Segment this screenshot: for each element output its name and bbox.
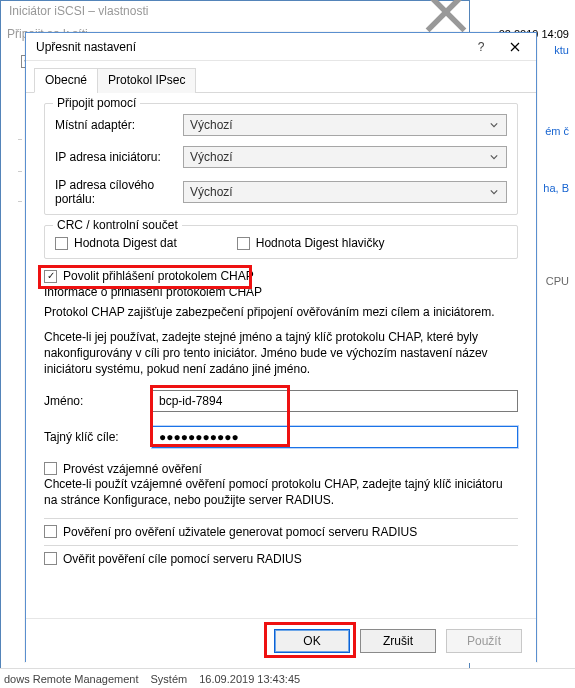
target-ip-label: IP adresa cílového portálu:: [55, 178, 183, 206]
local-adapter-combo[interactable]: Výchozí: [183, 114, 507, 136]
cancel-button[interactable]: Zrušit: [360, 629, 436, 653]
close-icon[interactable]: [498, 36, 532, 58]
initiator-ip-label: IP adresa iniciátoru:: [55, 150, 183, 164]
bg-frag-cpu: CPU: [546, 275, 569, 287]
checkbox-icon: [44, 552, 57, 565]
local-adapter-label: Místní adaptér:: [55, 118, 183, 132]
chap-secret-input[interactable]: [152, 426, 518, 448]
tabstrip: Obecné Protokol IPsec: [26, 61, 536, 93]
data-digest-label: Hodnota Digest dat: [74, 236, 177, 250]
chap-description: Protokol CHAP zajišťuje zabezpečení přip…: [44, 305, 518, 319]
chap-name-label: Jméno:: [44, 394, 152, 408]
titlebar: Upřesnit nastavení ?: [26, 33, 536, 61]
enable-chap-checkbox[interactable]: Povolit přihlášení protokolem CHAP: [44, 269, 518, 283]
bg-frag: [18, 201, 22, 202]
mutual-auth-checkbox[interactable]: Provést vzájemné ověření: [44, 462, 518, 476]
apply-button[interactable]: Použít: [446, 629, 522, 653]
close-icon[interactable]: [423, 1, 469, 23]
bg-frag-aktua: ktu: [554, 44, 569, 56]
radius-auth-label: Ověřit pověření cíle pomocí serveru RADI…: [63, 552, 302, 566]
radius-generate-label: Pověření pro ověření uživatele generovat…: [63, 525, 417, 539]
enable-chap-label: Povolit přihlášení protokolem CHAP: [63, 269, 254, 283]
taskbar-service: dows Remote Management: [4, 673, 139, 685]
chevron-down-icon: [486, 121, 502, 129]
crc-group-title: CRC / kontrolní součet: [53, 218, 182, 232]
separator: [44, 545, 518, 546]
background-window-title: Iniciátor iSCSI – vlastnosti: [9, 4, 148, 18]
bg-frag: [18, 139, 22, 140]
bg-frag-emc: ém č: [545, 125, 569, 137]
initiator-ip-combo[interactable]: Výchozí: [183, 146, 507, 168]
crc-group: CRC / kontrolní součet Hodnota Digest da…: [44, 225, 518, 259]
dialog-title: Upřesnit nastavení: [36, 40, 464, 54]
tab-general[interactable]: Obecné: [34, 68, 98, 93]
button-bar: OK Zrušit Použít: [26, 618, 536, 663]
chap-info-title: Informace o přihlášení protokolem CHAP: [44, 285, 518, 299]
ok-button[interactable]: OK: [274, 629, 350, 653]
chap-secret-label: Tajný klíč cíle:: [44, 430, 152, 444]
connect-using-group: Připojit pomocí Místní adaptér: Výchozí …: [44, 103, 518, 215]
taskbar-time: 16.09.2019 13:43:45: [199, 673, 300, 685]
mutual-auth-label: Provést vzájemné ověření: [63, 462, 202, 476]
target-ip-combo[interactable]: Výchozí: [183, 181, 507, 203]
help-icon[interactable]: ?: [464, 36, 498, 58]
chevron-down-icon: [486, 188, 502, 196]
taskbar-account: Systém: [151, 673, 188, 685]
radius-auth-checkbox[interactable]: Ověřit pověření cíle pomocí serveru RADI…: [44, 552, 518, 566]
chevron-down-icon: [486, 153, 502, 161]
chap-name-input[interactable]: [152, 390, 518, 412]
initiator-ip-value: Výchozí: [190, 150, 233, 164]
mutual-auth-note: Chcete-li použít vzájemné ověření pomocí…: [44, 476, 518, 508]
checkbox-icon: [44, 462, 57, 475]
checkbox-icon: [237, 237, 250, 250]
radius-generate-checkbox[interactable]: Pověření pro ověření uživatele generovat…: [44, 525, 518, 539]
data-digest-checkbox[interactable]: Hodnota Digest dat: [55, 236, 177, 250]
chap-note: Chcete-li jej používat, zadejte stejné j…: [44, 329, 518, 378]
separator: [44, 518, 518, 519]
checkbox-icon: [44, 525, 57, 538]
advanced-settings-dialog: Upřesnit nastavení ? Obecné Protokol IPs…: [25, 32, 537, 662]
header-digest-checkbox[interactable]: Hodnota Digest hlavičky: [237, 236, 385, 250]
taskbar: dows Remote Management Systém 16.09.2019…: [0, 668, 575, 688]
connect-group-title: Připojit pomocí: [53, 96, 140, 110]
local-adapter-value: Výchozí: [190, 118, 233, 132]
target-ip-value: Výchozí: [190, 185, 233, 199]
header-digest-label: Hodnota Digest hlavičky: [256, 236, 385, 250]
checkbox-icon: [55, 237, 68, 250]
bg-frag-hab: ha, B: [543, 182, 569, 194]
checkbox-icon: [44, 270, 57, 283]
bg-frag: [18, 171, 22, 172]
tab-ipsec[interactable]: Protokol IPsec: [97, 68, 196, 93]
